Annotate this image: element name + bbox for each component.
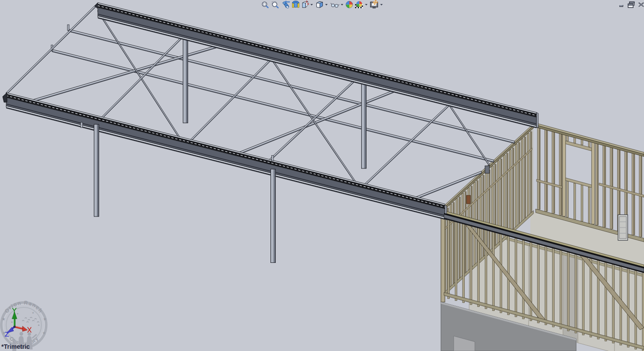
svg-text:✦: ✦ <box>16 312 19 315</box>
svg-text:✦: ✦ <box>11 321 13 324</box>
svg-text:★: ★ <box>2 331 6 335</box>
svg-text:★: ★ <box>43 317 47 321</box>
svg-text:✦: ✦ <box>37 324 40 327</box>
svg-text:*Trimetric: *Trimetric <box>1 343 30 350</box>
svg-text:★: ★ <box>2 317 6 321</box>
svg-text:★: ★ <box>42 331 46 335</box>
svg-text:✦: ✦ <box>32 311 34 314</box>
